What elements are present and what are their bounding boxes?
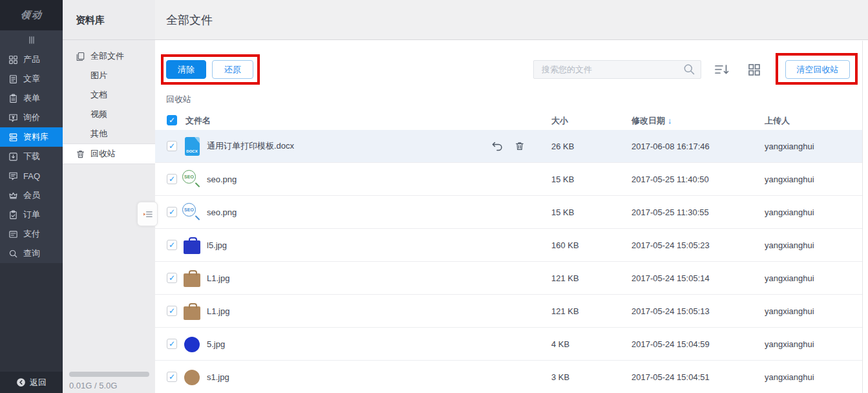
column-header-size[interactable]: 大小 — [551, 115, 568, 127]
sidebar-item-payment[interactable]: 支付 — [0, 224, 63, 244]
search-icon[interactable] — [683, 63, 695, 76]
payment-icon — [8, 229, 18, 239]
sidebar-item-label: 查询 — [23, 248, 40, 259]
sidebar-item-products[interactable]: 产品 — [0, 50, 63, 69]
table-row[interactable]: ✓SEOseo.png15 KB2017-05-25 11:40:50yangx… — [155, 163, 862, 196]
faq-icon — [8, 171, 18, 181]
sidebar-item-label: 下载 — [23, 151, 40, 162]
category-item-documents[interactable]: 文档 — [63, 85, 155, 105]
column-header-modified[interactable]: 修改日期↓ — [631, 115, 672, 127]
row-checkbox[interactable]: ✓ — [167, 174, 177, 184]
file-name[interactable]: l5.jpg — [207, 240, 227, 250]
file-modified-date: 2017-05-24 15:04:59 — [631, 339, 710, 349]
row-checkbox[interactable]: ✓ — [167, 141, 177, 151]
main-header: 全部文件 — [155, 0, 868, 40]
row-checkbox[interactable]: ✓ — [167, 273, 177, 283]
row-checkbox[interactable]: ✓ — [167, 306, 177, 316]
file-modified-date: 2017-05-24 15:04:51 — [631, 372, 710, 382]
row-checkbox[interactable]: ✓ — [167, 207, 177, 217]
sidebar-item-query[interactable]: 查询 — [0, 244, 63, 263]
back-button[interactable]: 返回 — [0, 372, 63, 393]
image-thumbnail-icon — [179, 229, 205, 262]
sidebar-item-library[interactable]: 资料库 — [0, 127, 63, 147]
sidebar-collapse-handle[interactable] — [0, 30, 63, 50]
sidebar-item-orders[interactable]: 订单 — [0, 205, 63, 224]
order-icon — [8, 210, 18, 220]
file-uploader: yangxianghui — [765, 339, 814, 349]
image-thumbnail-icon: SEO — [179, 163, 205, 196]
sidebar-item-label: 订单 — [23, 209, 40, 220]
file-size: 26 KB — [551, 142, 574, 151]
file-name[interactable]: 通用订单打印模板.docx — [207, 140, 294, 152]
sidebar-item-label: 资料库 — [23, 131, 48, 143]
category-item-label: 全部文件 — [90, 50, 124, 62]
sidebar-item-forms[interactable]: 表单 — [0, 89, 63, 108]
file-size: 121 KB — [551, 306, 579, 316]
row-checkbox[interactable]: ✓ — [167, 339, 177, 349]
table-row[interactable]: ✓s1.jpg3 KB2017-05-24 15:04:51yangxiangh… — [155, 361, 862, 393]
left-sidebar: 领动 产品文章表单询价资料库下载FAQ会员订单支付查询 返回 — [0, 0, 63, 393]
row-checkbox[interactable]: ✓ — [167, 240, 177, 250]
category-item-videos[interactable]: 视频 — [63, 105, 155, 124]
row-checkbox[interactable]: ✓ — [167, 372, 177, 382]
sidebar-item-label: 文章 — [23, 73, 40, 85]
download-icon — [8, 152, 18, 162]
panel-collapse-button[interactable] — [137, 202, 158, 226]
search-box — [533, 60, 701, 79]
sidebar-item-inquiry[interactable]: 询价 — [0, 108, 63, 127]
select-all-checkbox[interactable]: ✓ — [167, 115, 177, 125]
empty-trash-button[interactable]: 清空回收站 — [785, 60, 850, 79]
sidebar-item-articles[interactable]: 文章 — [0, 69, 63, 89]
brand-logo-text: 领动 — [19, 9, 43, 21]
column-header-name[interactable]: 文件名 — [185, 115, 211, 127]
table-row[interactable]: ✓L1.jpg121 KB2017-05-24 15:05:13yangxian… — [155, 295, 862, 328]
docx-file-icon: DOCX — [179, 130, 205, 163]
sidebar-item-label: FAQ — [23, 171, 40, 181]
file-name[interactable]: s1.jpg — [207, 372, 229, 382]
scrollbar-track[interactable] — [862, 41, 868, 393]
sidebar-item-label: 表单 — [23, 92, 40, 104]
inquiry-icon — [8, 113, 18, 123]
file-name[interactable]: 5.jpg — [207, 339, 225, 349]
grid-view-icon[interactable] — [748, 63, 761, 76]
category-item-all-files[interactable]: 全部文件 — [63, 47, 155, 66]
search-input[interactable] — [533, 60, 701, 79]
clear-button[interactable]: 清除 — [166, 60, 206, 79]
files-icon — [76, 52, 85, 61]
image-thumbnail-icon — [179, 295, 205, 328]
image-thumbnail-icon — [179, 361, 205, 393]
table-row[interactable]: ✓5.jpg4 KB2017-05-24 15:04:59yangxianghu… — [155, 328, 862, 361]
file-modified-date: 2017-05-24 15:05:13 — [631, 306, 710, 316]
file-name[interactable]: seo.png — [207, 175, 237, 184]
delete-file-icon[interactable] — [514, 141, 525, 152]
article-icon — [8, 74, 18, 84]
sidebar-item-members[interactable]: 会员 — [0, 186, 63, 205]
sidebar-item-label: 支付 — [23, 228, 40, 240]
category-item-others[interactable]: 其他 — [63, 124, 155, 143]
file-name[interactable]: L1.jpg — [207, 273, 229, 283]
category-item-label: 文档 — [90, 89, 107, 101]
sort-desc-arrow-icon[interactable]: ↓ — [668, 116, 672, 125]
library-icon — [8, 133, 18, 142]
sidebar-item-downloads[interactable]: 下载 — [0, 147, 63, 166]
file-uploader: yangxianghui — [765, 240, 814, 250]
restore-file-icon[interactable] — [491, 141, 503, 151]
table-row[interactable]: ✓L1.jpg121 KB2017-05-24 15:05:14yangxian… — [155, 262, 862, 295]
table-row[interactable]: ✓l5.jpg160 KB2017-05-24 15:05:23yangxian… — [155, 229, 862, 262]
storage-usage: 0.01G / 5.0G — [69, 381, 117, 390]
column-header-uploader[interactable]: 上传人 — [765, 115, 790, 127]
collapse-panel-icon — [142, 209, 153, 219]
restore-button[interactable]: 还原 — [212, 60, 253, 79]
storage-progressbar — [69, 372, 149, 377]
table-row[interactable]: ✓SEOseo.png15 KB2017-05-25 11:30:55yangx… — [155, 196, 862, 229]
sidebar-item-faq[interactable]: FAQ — [0, 166, 63, 186]
category-item-images[interactable]: 图片 — [63, 66, 155, 85]
file-size: 121 KB — [551, 273, 579, 283]
table-row[interactable]: ✓DOCX通用订单打印模板.docx26 KB2017-06-08 16:17:… — [155, 130, 862, 163]
image-thumbnail-icon — [179, 328, 205, 361]
file-name[interactable]: seo.png — [207, 207, 237, 217]
sort-list-icon[interactable] — [714, 63, 730, 76]
category-item-recycle-bin[interactable]: 回收站 — [63, 143, 155, 164]
file-name[interactable]: L1.jpg — [207, 306, 229, 316]
file-size: 15 KB — [551, 175, 574, 184]
